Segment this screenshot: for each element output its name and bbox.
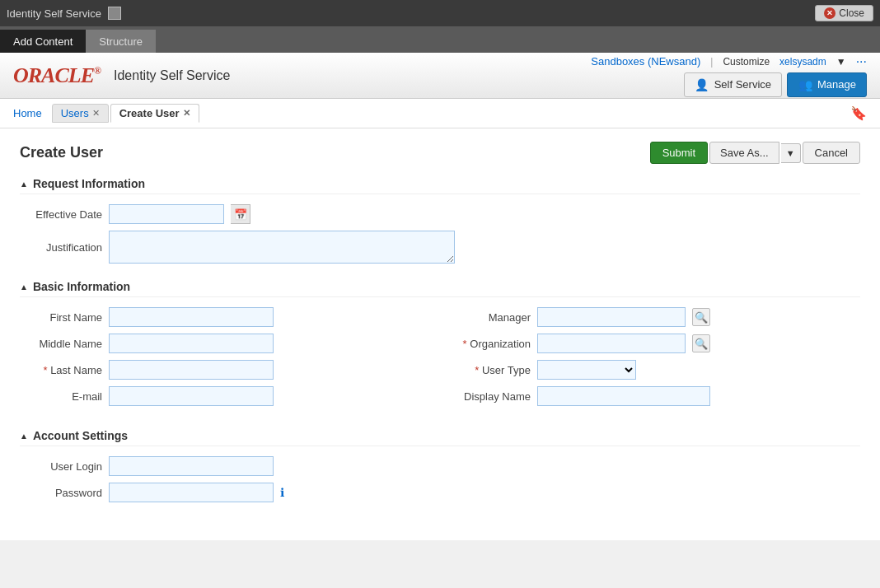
header: ORACLE® Identity Self Service Sandboxes … bbox=[0, 53, 880, 99]
header-logo: ORACLE® Identity Self Service bbox=[13, 63, 230, 88]
add-content-tab[interactable]: Add Content bbox=[0, 30, 86, 53]
display-name-row: Display Name bbox=[448, 386, 860, 406]
password-info-icon[interactable]: ℹ bbox=[280, 486, 284, 499]
first-name-label: First Name bbox=[20, 311, 102, 324]
email-input[interactable] bbox=[109, 386, 274, 406]
manager-input[interactable] bbox=[537, 307, 686, 327]
first-name-input[interactable] bbox=[109, 307, 274, 327]
request-information-title: Request Information bbox=[33, 177, 145, 190]
save-as-button[interactable]: Save As... bbox=[709, 142, 779, 164]
users-tab[interactable]: Users ✕ bbox=[52, 104, 109, 123]
effective-date-label: Effective Date bbox=[20, 208, 102, 221]
app-title: Identity Self Service bbox=[7, 7, 101, 20]
action-buttons: Submit Save As... ▼ Cancel bbox=[650, 142, 860, 164]
organization-row: Organization 🔍 bbox=[448, 334, 860, 353]
basic-right-column: Manager 🔍 Organization 🔍 User Type Di bbox=[448, 307, 860, 413]
oracle-logo: ORACLE® bbox=[13, 63, 101, 88]
request-information-header: ▲ Request Information bbox=[20, 177, 860, 194]
display-name-input[interactable] bbox=[537, 386, 710, 406]
organization-label: Organization bbox=[448, 338, 531, 350]
sandboxes-link[interactable]: Sandboxes (NEwsand) bbox=[591, 55, 700, 68]
page-header: Create User Submit Save As... ▼ Cancel bbox=[20, 142, 860, 164]
justification-label: Justification bbox=[20, 241, 102, 254]
user-type-label: User Type bbox=[448, 364, 531, 376]
save-as-dropdown-button[interactable]: ▼ bbox=[781, 143, 801, 163]
header-top-links: Sandboxes (NEwsand) | Customize xelsysad… bbox=[591, 54, 867, 69]
last-name-label: Last Name bbox=[20, 364, 102, 376]
middle-name-row: Middle Name bbox=[20, 334, 432, 353]
user-login-row: User Login bbox=[20, 456, 860, 476]
basic-information-title: Basic Information bbox=[33, 280, 130, 293]
create-user-tab[interactable]: Create User ✕ bbox=[110, 104, 199, 123]
bookmark-icon[interactable]: 🔖 bbox=[850, 105, 867, 121]
top-bar: Identity Self Service ✕ Close bbox=[0, 0, 880, 26]
effective-date-input[interactable] bbox=[109, 204, 224, 224]
account-settings-title: Account Settings bbox=[33, 429, 128, 442]
password-row: Password ℹ bbox=[20, 483, 860, 502]
header-subtitle: Identity Self Service bbox=[114, 68, 230, 83]
breadcrumb-tabs: Home Users ✕ Create User ✕ bbox=[13, 104, 199, 123]
submit-button[interactable]: Submit bbox=[650, 142, 708, 164]
manage-icon: 👥 bbox=[798, 77, 812, 92]
middle-name-input[interactable] bbox=[109, 334, 274, 353]
effective-date-row: Effective Date 📅 bbox=[20, 204, 860, 224]
email-label: E-mail bbox=[20, 390, 102, 403]
customize-label: Customize bbox=[723, 56, 770, 68]
create-user-tab-close[interactable]: ✕ bbox=[183, 108, 190, 119]
user-login-input[interactable] bbox=[109, 456, 274, 476]
basic-information-header: ▲ Basic Information bbox=[20, 280, 860, 297]
username-link[interactable]: xelsysadm bbox=[779, 56, 826, 68]
dropdown-arrow[interactable]: ▼ bbox=[836, 56, 846, 68]
email-row: E-mail bbox=[20, 386, 432, 406]
close-icon: ✕ bbox=[824, 7, 836, 19]
page-title: Create User bbox=[20, 144, 103, 161]
manager-search-button[interactable]: 🔍 bbox=[692, 308, 710, 326]
justification-input[interactable] bbox=[109, 231, 455, 264]
breadcrumb-bar: Home Users ✕ Create User ✕ 🔖 bbox=[0, 99, 880, 128]
manage-button[interactable]: 👥 Manage bbox=[787, 72, 867, 97]
manager-row: Manager 🔍 bbox=[448, 307, 860, 327]
header-nav-buttons: 👤 Self Service 👥 Manage bbox=[684, 72, 867, 97]
password-input[interactable] bbox=[109, 483, 274, 502]
self-service-button[interactable]: 👤 Self Service bbox=[684, 72, 782, 97]
close-button[interactable]: ✕ Close bbox=[815, 5, 873, 21]
last-name-input[interactable] bbox=[109, 360, 274, 380]
collapse-icon[interactable]: ▲ bbox=[20, 180, 28, 189]
basic-information-section: ▲ Basic Information First Name Middle Na… bbox=[20, 280, 860, 413]
account-settings-section: ▲ Account Settings User Login Password ℹ bbox=[20, 429, 860, 502]
basic-collapse-icon[interactable]: ▲ bbox=[20, 282, 28, 292]
display-name-label: Display Name bbox=[448, 390, 531, 403]
user-type-select[interactable] bbox=[537, 360, 636, 380]
manager-label: Manager bbox=[448, 311, 531, 324]
justification-row: Justification bbox=[20, 231, 860, 264]
request-information-section: ▲ Request Information Effective Date 📅 J… bbox=[20, 177, 860, 264]
db-icon bbox=[108, 7, 121, 20]
organization-search-button[interactable]: 🔍 bbox=[692, 334, 710, 352]
account-collapse-icon[interactable]: ▲ bbox=[20, 432, 28, 441]
organization-input[interactable] bbox=[537, 334, 686, 353]
middle-name-label: Middle Name bbox=[20, 338, 102, 350]
person-icon: 👤 bbox=[695, 77, 709, 92]
cancel-button[interactable]: Cancel bbox=[803, 142, 860, 164]
basic-left-column: First Name Middle Name Last Name E-mail bbox=[20, 307, 432, 413]
user-type-row: User Type bbox=[448, 360, 860, 380]
top-bar-left: Identity Self Service bbox=[7, 7, 121, 20]
users-tab-close[interactable]: ✕ bbox=[92, 108, 100, 119]
last-name-row: Last Name bbox=[20, 360, 432, 380]
user-login-label: User Login bbox=[20, 460, 102, 473]
structure-tab[interactable]: Structure bbox=[86, 30, 156, 53]
home-link[interactable]: Home bbox=[13, 107, 42, 119]
more-options-btn[interactable]: ··· bbox=[856, 54, 867, 69]
first-name-row: First Name bbox=[20, 307, 432, 327]
account-settings-header: ▲ Account Settings bbox=[20, 429, 860, 446]
password-label: Password bbox=[20, 487, 102, 499]
tab-bar: Add Content Structure bbox=[0, 26, 880, 53]
calendar-button[interactable]: 📅 bbox=[231, 204, 250, 224]
main-content: Create User Submit Save As... ▼ Cancel ▲… bbox=[0, 128, 880, 540]
